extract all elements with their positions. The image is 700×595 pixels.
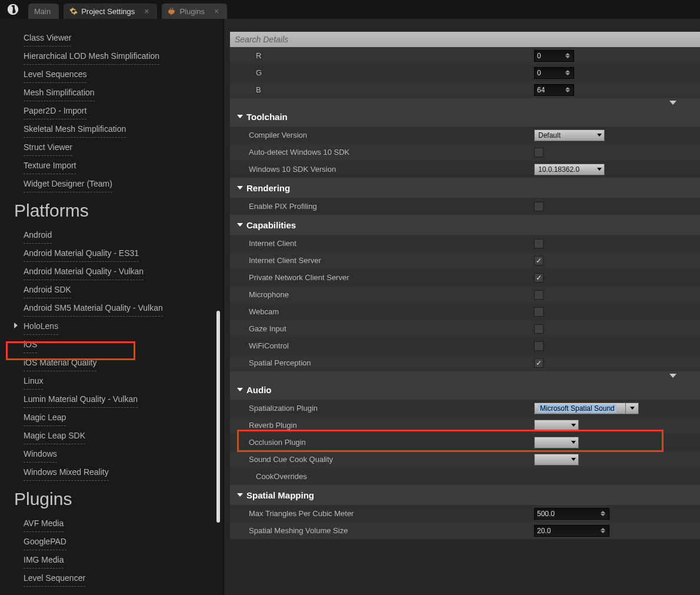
sidebar-item-tex-import[interactable]: Texture Import: [24, 157, 76, 174]
cook-dropdown[interactable]: [534, 454, 579, 466]
sidebar-item-hlod[interactable]: Hierarchical LOD Mesh Simplification: [24, 48, 159, 65]
sidebar-item-ios-mq[interactable]: iOS Material Quality: [24, 354, 96, 371]
cap-label: Internet Client Server: [249, 256, 534, 265]
sidebar-item-skel-simp[interactable]: Skeletal Mesh Simplification: [24, 121, 126, 138]
autodetect-checkbox[interactable]: [534, 148, 544, 157]
gear-icon: [69, 7, 78, 15]
chevron-down-icon[interactable]: [669, 101, 676, 105]
sidebar-item-hololens[interactable]: HoloLens: [24, 318, 58, 335]
cap-checkbox[interactable]: [534, 341, 544, 351]
spat-label: Spatialization Plugin: [249, 404, 534, 413]
pix-checkbox[interactable]: [534, 202, 544, 211]
cap-checkbox[interactable]: [534, 307, 544, 317]
cap-label: Gaze Input: [249, 324, 534, 333]
sidebar-item-linux[interactable]: Linux: [24, 373, 43, 390]
b-input[interactable]: 64: [534, 84, 574, 96]
app-logo: [2, 0, 24, 19]
tab-plugins[interactable]: Plugins ×: [162, 4, 227, 19]
reverb-dropdown[interactable]: [534, 420, 579, 431]
details-panel: Search Details R0 G0 B64 Toolchain Compi…: [224, 19, 700, 595]
sidebar-item-widget[interactable]: Widget Designer (Team): [24, 175, 112, 192]
sidebar-item-googlepad[interactable]: GooglePAD: [24, 533, 66, 550]
g-label: G: [256, 68, 534, 77]
occl-label: Occlusion Plugin: [249, 438, 534, 447]
expand-icon: [237, 186, 243, 190]
sidebar-header-plugins: Plugins: [13, 489, 211, 509]
tab-main[interactable]: Main: [28, 4, 59, 19]
cap-label: WiFiControl: [249, 341, 534, 350]
autodetect-label: Auto-detect Windows 10 SDK: [249, 148, 534, 157]
cap-label: Webcam: [249, 307, 534, 316]
sidebar-item-android-sm5[interactable]: Android SM5 Material Quality - Vulkan: [24, 300, 163, 317]
expand-icon: [237, 115, 243, 118]
search-input[interactable]: Search Details: [230, 32, 700, 47]
cap-checkbox[interactable]: [534, 358, 544, 368]
cap-checkbox[interactable]: [534, 273, 544, 282]
occl-dropdown[interactable]: [534, 437, 579, 448]
sidebar-item-level-sequencer[interactable]: Level Sequencer: [24, 570, 85, 587]
sidebar-item-class-viewer[interactable]: Class Viewer: [24, 29, 71, 46]
search-placeholder: Search Details: [235, 35, 288, 44]
sidebar-item-struct[interactable]: Struct Viewer: [24, 139, 72, 156]
sidebar-item-android-sdk[interactable]: Android SDK: [24, 281, 71, 298]
sidebar-item-paper2d[interactable]: Paper2D - Import: [24, 102, 86, 119]
cap-checkbox[interactable]: [534, 256, 544, 265]
section-audio[interactable]: Audio: [230, 380, 700, 400]
vol-input[interactable]: 20.0: [534, 525, 609, 537]
section-capabilities[interactable]: Capabilities: [230, 215, 700, 235]
sidebar-item-android[interactable]: Android: [24, 227, 52, 244]
sidebar-item-windows[interactable]: Windows: [24, 446, 57, 463]
compiler-dropdown[interactable]: Default: [534, 129, 605, 141]
expand-icon: [237, 493, 243, 497]
cap-label: Private Network Client Server: [249, 273, 534, 282]
sdk-label: Windows 10 SDK Version: [249, 165, 534, 174]
sidebar-item-magic-leap-sdk[interactable]: Magic Leap SDK: [24, 427, 85, 444]
sidebar-item-avf[interactable]: AVF Media: [24, 515, 64, 532]
r-input[interactable]: 0: [534, 50, 574, 62]
selected-arrow-icon: [14, 323, 18, 328]
cap-label: Spatial Perception: [249, 358, 534, 367]
sidebar-header-platforms: Platforms: [13, 201, 211, 221]
sidebar-item-android-vulkan[interactable]: Android Material Quality - Vulkan: [24, 263, 144, 280]
cap-label: Microphone: [249, 290, 534, 299]
tri-input[interactable]: 500.0: [534, 508, 609, 520]
section-toolchain[interactable]: Toolchain: [230, 107, 700, 127]
expand-icon: [237, 388, 243, 391]
reverb-label: Reverb Plugin: [249, 421, 534, 430]
cap-label: Internet Client: [249, 239, 534, 248]
tri-label: Max Triangles Per Cubic Meter: [249, 509, 534, 518]
sidebar-item-level-seq[interactable]: Level Sequences: [24, 66, 86, 83]
cap-checkbox[interactable]: [534, 324, 544, 334]
sidebar: Class Viewer Hierarchical LOD Mesh Simpl…: [0, 19, 224, 595]
g-input[interactable]: 0: [534, 67, 574, 79]
cap-checkbox[interactable]: [534, 239, 544, 248]
pix-label: Enable PIX Profiling: [249, 202, 534, 211]
sidebar-item-ios[interactable]: iOS: [24, 336, 37, 353]
close-icon[interactable]: ×: [214, 6, 219, 16]
sidebar-item-android-es31[interactable]: Android Material Quality - ES31: [24, 245, 139, 262]
tab-project-settings[interactable]: Project Settings ×: [64, 4, 157, 19]
expand-icon: [237, 223, 243, 227]
section-spatial-mapping[interactable]: Spatial Mapping: [230, 485, 700, 505]
sidebar-item-mesh-simp[interactable]: Mesh Simplification: [24, 84, 95, 101]
scrollbar[interactable]: [216, 311, 220, 523]
close-icon[interactable]: ×: [144, 6, 149, 16]
tab-bar: Main Project Settings × Plugins ×: [0, 0, 700, 19]
plug-icon: [168, 7, 176, 15]
sidebar-item-wmr[interactable]: Windows Mixed Reality: [24, 464, 109, 481]
section-rendering[interactable]: Rendering: [230, 178, 700, 198]
spat-dropdown[interactable]: Microsoft Spatial Sound: [534, 403, 639, 414]
b-label: B: [256, 85, 534, 94]
sdk-dropdown[interactable]: 10.0.18362.0: [534, 164, 605, 175]
r-label: R: [256, 51, 534, 60]
override-label: CookOverrides: [249, 472, 527, 481]
cap-checkbox[interactable]: [534, 290, 544, 300]
sidebar-item-magic-leap[interactable]: Magic Leap: [24, 409, 66, 426]
sidebar-item-img-media[interactable]: IMG Media: [24, 551, 64, 569]
cook-label: Sound Cue Cook Quality: [249, 455, 534, 464]
compiler-label: Compiler Version: [249, 131, 534, 139]
sidebar-item-lumin[interactable]: Lumin Material Quality - Vulkan: [24, 391, 138, 408]
vol-label: Spatial Meshing Volume Size: [249, 526, 534, 535]
chevron-down-icon[interactable]: [669, 374, 676, 378]
